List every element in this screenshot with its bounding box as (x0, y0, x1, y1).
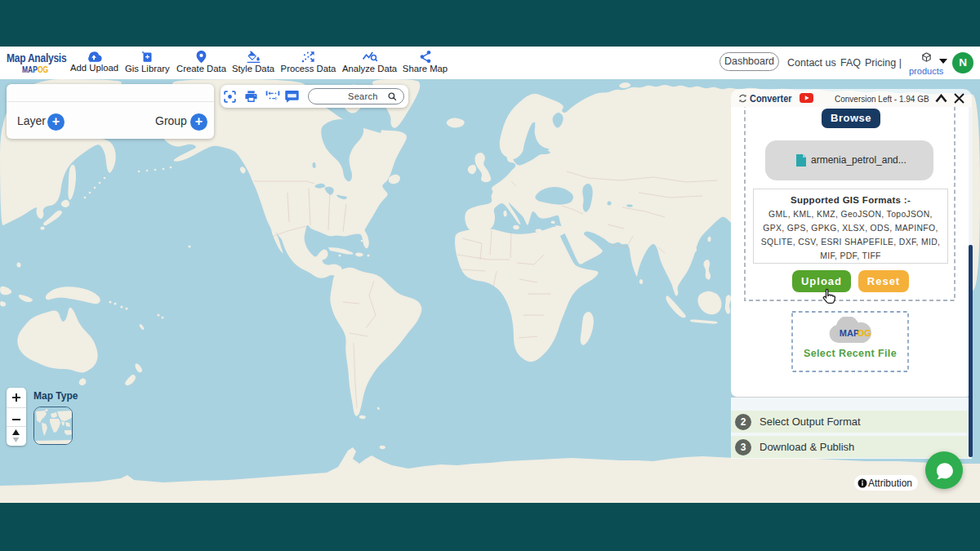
svg-text:MAP: MAP (840, 328, 859, 338)
svg-text:OG: OG (858, 328, 871, 338)
